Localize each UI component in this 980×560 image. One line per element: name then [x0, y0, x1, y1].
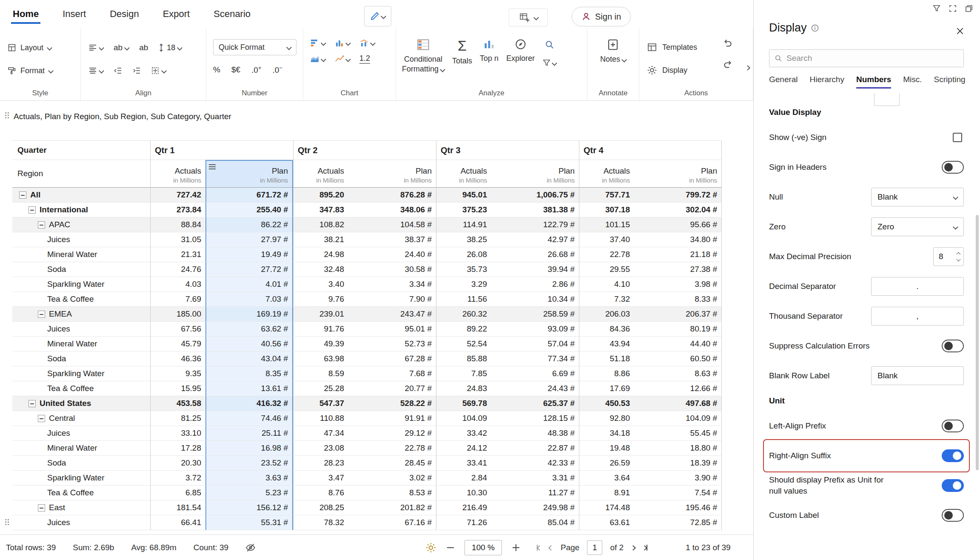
cell[interactable]: 46.36	[150, 351, 205, 366]
display-button[interactable]: Display	[647, 62, 753, 78]
data-labels-button[interactable]: 1.2	[359, 54, 370, 64]
row-label-mineral-water[interactable]: Mineral Water	[12, 247, 150, 262]
last-page-button[interactable]	[643, 545, 647, 551]
cell[interactable]: 3.31 #	[491, 471, 579, 486]
column-header-qtr-2-plan[interactable]: Planin Millions	[348, 160, 436, 188]
cell[interactable]: 21.18 #	[634, 247, 722, 262]
cell[interactable]: 249.98 #	[491, 500, 579, 515]
cell[interactable]: 63.98	[293, 351, 348, 366]
settings-button[interactable]	[425, 542, 436, 553]
toggle-sign-in-headers[interactable]	[942, 161, 964, 174]
cell[interactable]: 78.32	[293, 515, 348, 530]
cell[interactable]: 671.72 #	[205, 188, 293, 203]
cell[interactable]: 10.30	[436, 486, 491, 500]
cell[interactable]: 18.39 #	[634, 456, 722, 471]
zoom-input[interactable]	[464, 540, 502, 555]
cell[interactable]: 18.80 #	[634, 441, 722, 456]
cell[interactable]: 55.45 #	[634, 426, 722, 441]
cell[interactable]: 104.09 #	[634, 411, 722, 426]
cell[interactable]: 8.35 #	[205, 366, 293, 381]
area-chart-button[interactable]	[310, 54, 325, 64]
cell[interactable]: 33.41	[436, 456, 491, 471]
cell[interactable]: 416.32 #	[205, 396, 293, 411]
cell[interactable]: 67.56	[150, 322, 205, 337]
cell[interactable]: 528.22 #	[348, 396, 436, 411]
column-chart-button[interactable]	[335, 38, 350, 48]
cell[interactable]: 239.01	[293, 307, 348, 322]
layout-button[interactable]: Layout	[8, 40, 80, 55]
cell[interactable]: 569.78	[436, 396, 491, 411]
row-label-tea-coffee[interactable]: Tea & Coffee	[12, 292, 150, 307]
cell[interactable]: 85.04 #	[491, 515, 579, 530]
cell[interactable]: 22.78 #	[348, 441, 436, 456]
cell[interactable]: 31.05	[150, 232, 205, 247]
cell[interactable]: 3.63 #	[205, 471, 293, 486]
cell[interactable]: 625.37 #	[491, 396, 579, 411]
cell[interactable]: 3.29	[436, 277, 491, 292]
column-menu-icon[interactable]	[209, 164, 216, 171]
cell[interactable]: 727.42	[150, 188, 205, 203]
cell[interactable]: 17.69	[579, 381, 634, 396]
stepper-max-decimal-precision[interactable]: 8	[933, 247, 964, 266]
row-label-soda[interactable]: Soda	[12, 351, 150, 366]
first-page-button[interactable]	[537, 545, 541, 551]
cell[interactable]: 63.62 #	[205, 322, 293, 337]
collapse-icon[interactable]	[38, 504, 45, 511]
cell[interactable]: 8.86	[579, 366, 634, 381]
cell[interactable]: 13.61 #	[205, 381, 293, 396]
cell[interactable]: 88.84	[150, 217, 205, 232]
cell[interactable]: 92.80	[579, 411, 634, 426]
collapse-icon[interactable]	[38, 415, 45, 422]
cell[interactable]: 85.88	[436, 351, 491, 366]
increase-decimal-button[interactable]: .0+	[251, 65, 261, 75]
tab-design[interactable]: Design	[108, 2, 140, 26]
input-decimal-separator[interactable]: .	[871, 277, 964, 296]
cell[interactable]: 23.52 #	[205, 456, 293, 471]
toggle-left-align-prefix[interactable]	[942, 420, 964, 432]
cell[interactable]: 17.28	[150, 441, 205, 456]
cell[interactable]: 8.33 #	[634, 292, 722, 307]
cell[interactable]: 43.04 #	[205, 351, 293, 366]
quarter-header-qtr-2[interactable]: Qtr 2	[293, 141, 436, 160]
cell[interactable]: 20.30	[150, 456, 205, 471]
cell[interactable]: 24.40 #	[348, 247, 436, 262]
cell[interactable]: 206.37 #	[634, 307, 722, 322]
cell[interactable]: 38.21	[293, 232, 348, 247]
cell[interactable]: 52.73 #	[348, 337, 436, 351]
quarter-header-qtr-1[interactable]: Qtr 1	[150, 141, 293, 160]
cell[interactable]: 7.90 #	[348, 292, 436, 307]
cell[interactable]: 258.59 #	[491, 307, 579, 322]
previous-page-button[interactable]	[549, 546, 553, 550]
row-label-international[interactable]: International	[12, 203, 150, 217]
cell[interactable]: 450.53	[579, 396, 634, 411]
cell[interactable]: 39.94 #	[491, 262, 579, 277]
cell[interactable]: 48.38 #	[491, 426, 579, 441]
cell[interactable]: 9.76	[293, 292, 348, 307]
tab-insert[interactable]: Insert	[61, 2, 88, 26]
cell[interactable]: 38.25	[436, 232, 491, 247]
cell[interactable]: 128.15 #	[491, 411, 579, 426]
cell[interactable]: 7.32	[579, 292, 634, 307]
cell[interactable]: 26.08	[436, 247, 491, 262]
cell[interactable]: 33.10	[150, 426, 205, 441]
cell[interactable]: 4.03	[150, 277, 205, 292]
cell[interactable]: 66.41	[150, 515, 205, 530]
cell[interactable]: 27.38 #	[634, 262, 722, 277]
add-visual-button[interactable]	[509, 9, 548, 26]
cell[interactable]: 195.46 #	[634, 500, 722, 515]
quarter-header-qtr-4[interactable]: Qtr 4	[579, 141, 722, 160]
tab-home[interactable]: Home	[11, 2, 40, 26]
column-header-qtr-3-actuals[interactable]: Actualsin Millions	[436, 160, 491, 188]
cell[interactable]: 24.76	[150, 262, 205, 277]
cell[interactable]: 37.40	[579, 232, 634, 247]
cell[interactable]: 3.47	[293, 471, 348, 486]
cell[interactable]: 15.95	[150, 381, 205, 396]
cell[interactable]: 8.76	[293, 486, 348, 500]
row-label-sparkling-water[interactable]: Sparkling Water	[12, 471, 150, 486]
row-label-sparkling-water[interactable]: Sparkling Water	[12, 366, 150, 381]
cell[interactable]: 34.80 #	[634, 232, 722, 247]
cell[interactable]: 206.03	[579, 307, 634, 322]
row-label-sparkling-water[interactable]: Sparkling Water	[12, 277, 150, 292]
next-page-button[interactable]	[631, 546, 635, 550]
panel-tab-scripting[interactable]: Scripting	[934, 75, 966, 89]
